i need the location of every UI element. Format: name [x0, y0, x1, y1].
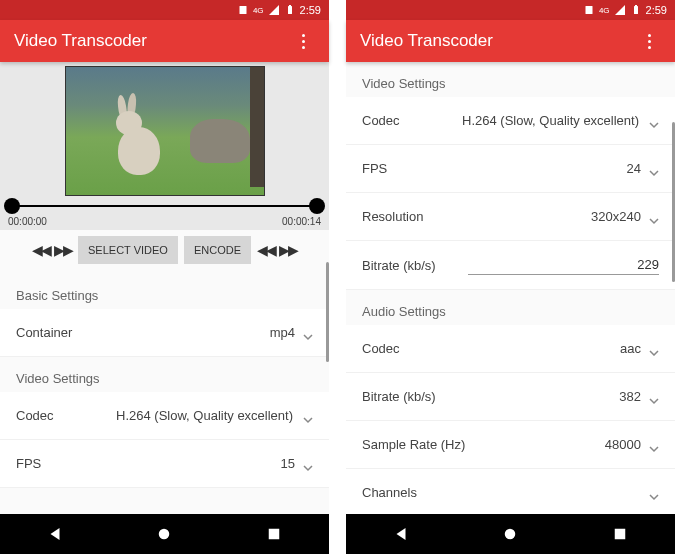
setting-label: Codec: [16, 408, 112, 423]
setting-value: 48000: [482, 437, 649, 452]
svg-rect-6: [634, 6, 638, 14]
setting-audio-codec[interactable]: Codec aac: [346, 325, 675, 373]
svg-point-3: [159, 529, 170, 540]
svg-rect-0: [239, 6, 246, 14]
forward-icon[interactable]: ▶▶: [54, 242, 72, 258]
setting-fps[interactable]: FPS 15: [0, 440, 329, 488]
setting-label: Codec: [362, 341, 458, 356]
setting-samplerate[interactable]: Sample Rate (Hz) 48000: [346, 421, 675, 469]
chevron-down-icon: [649, 164, 659, 174]
clock: 2:59: [646, 4, 667, 16]
setting-label: FPS: [16, 456, 112, 471]
recent-icon[interactable]: [265, 525, 283, 543]
setting-channels[interactable]: Channels: [346, 469, 675, 514]
encode-button[interactable]: ENCODE: [184, 236, 251, 264]
timeline-start-handle[interactable]: [4, 198, 20, 214]
setting-video-bitrate[interactable]: Bitrate (kb/s): [346, 241, 675, 290]
chevron-down-icon: [303, 411, 313, 421]
setting-codec[interactable]: Codec H.264 (Slow, Quality excellent): [0, 392, 329, 440]
statusbar: 4G 2:59: [0, 0, 329, 20]
setting-audio-bitrate[interactable]: Bitrate (kb/s) 382: [346, 373, 675, 421]
signal-icon: [268, 4, 280, 16]
rewind-icon[interactable]: ◀◀: [257, 242, 275, 258]
appbar: Video Transcoder: [346, 20, 675, 62]
app-title: Video Transcoder: [360, 31, 493, 51]
forward-icon[interactable]: ▶▶: [279, 242, 297, 258]
setting-label: Container: [16, 325, 112, 340]
home-icon[interactable]: [155, 525, 173, 543]
controls-row: ◀◀ ▶▶ SELECT VIDEO ENCODE ◀◀ ▶▶: [0, 230, 329, 274]
setting-value: 24: [458, 161, 649, 176]
select-video-button[interactable]: SELECT VIDEO: [78, 236, 178, 264]
setting-value: 320x240: [458, 209, 649, 224]
setting-value: mp4: [112, 325, 303, 340]
app-title: Video Transcoder: [14, 31, 147, 51]
setting-label: Codec: [362, 113, 458, 128]
setting-value: H.264 (Slow, Quality excellent): [458, 113, 649, 128]
chevron-down-icon: [303, 328, 313, 338]
back-icon[interactable]: [392, 525, 410, 543]
svg-rect-2: [289, 5, 291, 7]
setting-value: 382: [458, 389, 649, 404]
svg-rect-5: [585, 6, 592, 14]
time-end: 00:00:14: [282, 216, 321, 227]
chevron-down-icon: [649, 488, 659, 498]
section-video: Video Settings: [346, 62, 675, 97]
setting-resolution[interactable]: Resolution 320x240: [346, 193, 675, 241]
content-area: 00:00:00 00:00:14 ◀◀ ▶▶ SELECT VIDEO ENC…: [0, 62, 329, 514]
setting-value: aac: [458, 341, 649, 356]
timeline-end-handle[interactable]: [309, 198, 325, 214]
setting-codec[interactable]: Codec H.264 (Slow, Quality excellent): [346, 97, 675, 145]
setting-label: Bitrate (kb/s): [362, 389, 458, 404]
section-video: Video Settings: [0, 357, 329, 392]
setting-label: Bitrate (kb/s): [362, 258, 458, 273]
timeline[interactable]: 00:00:00 00:00:14: [8, 198, 321, 230]
chevron-down-icon: [649, 116, 659, 126]
svg-point-8: [505, 529, 516, 540]
appbar: Video Transcoder: [0, 20, 329, 62]
menu-overflow-icon[interactable]: [637, 29, 661, 53]
back-icon[interactable]: [46, 525, 64, 543]
scroll-indicator[interactable]: [326, 262, 329, 362]
statusbar: 4G 2:59: [346, 0, 675, 20]
rewind-icon[interactable]: ◀◀: [32, 242, 50, 258]
setting-label: Sample Rate (Hz): [362, 437, 482, 452]
content-area: Video Settings Codec H.264 (Slow, Qualit…: [346, 62, 675, 514]
network-label: 4G: [253, 6, 264, 15]
clock: 2:59: [300, 4, 321, 16]
setting-container[interactable]: Container mp4: [0, 309, 329, 357]
setting-label: Resolution: [362, 209, 458, 224]
video-preview[interactable]: [65, 66, 265, 196]
chevron-down-icon: [303, 459, 313, 469]
video-preview-area: 00:00:00 00:00:14: [0, 62, 329, 230]
svg-rect-7: [635, 5, 637, 7]
network-label: 4G: [599, 6, 610, 15]
setting-value: 15: [112, 456, 303, 471]
battery-icon: [630, 4, 642, 16]
bitrate-input[interactable]: [468, 255, 659, 275]
phone-left: 4G 2:59 Video Transcoder 00:00:00: [0, 0, 329, 554]
svg-rect-4: [269, 529, 280, 540]
setting-fps[interactable]: FPS 24: [346, 145, 675, 193]
card-icon: [237, 4, 249, 16]
chevron-down-icon: [649, 212, 659, 222]
chevron-down-icon: [649, 344, 659, 354]
recent-icon[interactable]: [611, 525, 629, 543]
setting-value: H.264 (Slow, Quality excellent): [112, 408, 303, 423]
chevron-down-icon: [649, 440, 659, 450]
svg-rect-1: [288, 6, 292, 14]
phone-right: 4G 2:59 Video Transcoder Video Settings …: [346, 0, 675, 554]
section-basic: Basic Settings: [0, 274, 329, 309]
home-icon[interactable]: [501, 525, 519, 543]
battery-icon: [284, 4, 296, 16]
menu-overflow-icon[interactable]: [291, 29, 315, 53]
section-audio: Audio Settings: [346, 290, 675, 325]
android-navbar: [346, 514, 675, 554]
svg-rect-9: [615, 529, 626, 540]
android-navbar: [0, 514, 329, 554]
chevron-down-icon: [649, 392, 659, 402]
setting-label: FPS: [362, 161, 458, 176]
time-start: 00:00:00: [8, 216, 47, 227]
card-icon: [583, 4, 595, 16]
signal-icon: [614, 4, 626, 16]
